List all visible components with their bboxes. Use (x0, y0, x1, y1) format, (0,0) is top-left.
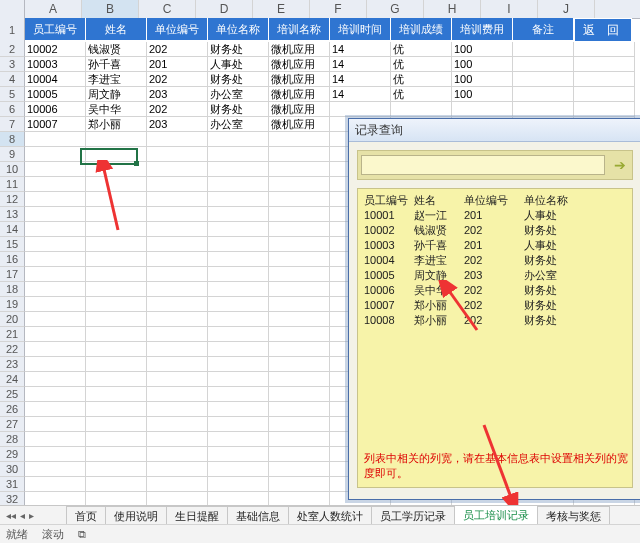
cell[interactable]: 微机应用 (269, 72, 330, 87)
tab-first-icon[interactable]: ◂◂ (6, 510, 16, 521)
record-query-dialog[interactable]: 记录查询 ➔ 员工编号姓名单位编号单位名称 10001赵一江201人事处1000… (348, 118, 640, 500)
row-number[interactable]: 5 (0, 87, 25, 102)
cell[interactable] (269, 477, 330, 492)
cell[interactable] (208, 177, 269, 192)
row-number[interactable]: 30 (0, 462, 25, 477)
cell[interactable] (25, 252, 86, 267)
cell[interactable] (269, 207, 330, 222)
cell[interactable] (25, 162, 86, 177)
cell[interactable] (147, 282, 208, 297)
row-number[interactable]: 12 (0, 192, 25, 207)
cell[interactable] (269, 237, 330, 252)
cell[interactable] (86, 192, 147, 207)
dialog-row[interactable]: 10005周文静203办公室 (364, 268, 626, 283)
cell[interactable] (208, 327, 269, 342)
cell[interactable] (25, 387, 86, 402)
row-number[interactable]: 2 (0, 42, 25, 57)
col-header-F[interactable]: F (310, 0, 367, 18)
tab-scroll-arrows[interactable]: ◂◂ ◂ ▸ (0, 510, 66, 521)
cell[interactable] (147, 462, 208, 477)
cell[interactable] (25, 177, 86, 192)
cell[interactable] (25, 447, 86, 462)
cell[interactable] (86, 432, 147, 447)
row-number[interactable]: 24 (0, 372, 25, 387)
cell[interactable] (208, 387, 269, 402)
cell[interactable] (86, 207, 147, 222)
tab-next-icon[interactable]: ▸ (29, 510, 34, 521)
cell[interactable] (574, 42, 635, 57)
cell[interactable] (147, 312, 208, 327)
cell[interactable] (574, 87, 635, 102)
cell[interactable] (269, 447, 330, 462)
row-number[interactable]: 3 (0, 57, 25, 72)
cell[interactable]: 吴中华 (86, 102, 147, 117)
cell[interactable] (269, 492, 330, 506)
cell[interactable] (86, 177, 147, 192)
cell[interactable]: 办公室 (208, 87, 269, 102)
dialog-title[interactable]: 记录查询 (349, 119, 640, 142)
cell[interactable] (574, 57, 635, 72)
cell[interactable]: 202 (147, 102, 208, 117)
cell[interactable] (86, 402, 147, 417)
cell[interactable] (269, 327, 330, 342)
cell[interactable] (513, 42, 574, 57)
cell[interactable] (86, 447, 147, 462)
cell[interactable] (25, 147, 86, 162)
cell[interactable] (86, 282, 147, 297)
dialog-row[interactable]: 10006吴中华202财务处 (364, 283, 626, 298)
cell[interactable]: 10006 (25, 102, 86, 117)
row-number[interactable]: 26 (0, 402, 25, 417)
cell[interactable]: 钱淑贤 (86, 42, 147, 57)
cell[interactable] (147, 177, 208, 192)
search-go-icon[interactable]: ➔ (608, 157, 632, 173)
cell[interactable]: 100 (452, 72, 513, 87)
cell[interactable] (208, 222, 269, 237)
cell[interactable]: 微机应用 (269, 42, 330, 57)
sheet-tab[interactable]: 首页 (66, 506, 106, 526)
cell[interactable] (269, 297, 330, 312)
cell[interactable] (208, 297, 269, 312)
cell[interactable] (25, 357, 86, 372)
sheet-tab[interactable]: 员工学历记录 (371, 506, 455, 526)
row-number[interactable]: 18 (0, 282, 25, 297)
row-number[interactable]: 25 (0, 387, 25, 402)
col-header-C[interactable]: C (139, 0, 196, 18)
row-number[interactable]: 23 (0, 357, 25, 372)
cell[interactable] (208, 417, 269, 432)
cell[interactable] (25, 312, 86, 327)
cell[interactable] (147, 147, 208, 162)
row-number[interactable]: 1 (0, 18, 25, 43)
table-row[interactable]: 410004李进宝202财务处微机应用14优100 (0, 72, 640, 87)
cell[interactable] (147, 492, 208, 506)
cell[interactable] (147, 477, 208, 492)
cell[interactable] (86, 162, 147, 177)
cell[interactable] (269, 462, 330, 477)
cell[interactable] (25, 327, 86, 342)
cell[interactable] (86, 132, 147, 147)
cell[interactable] (147, 252, 208, 267)
cell[interactable]: 办公室 (208, 117, 269, 132)
cell[interactable]: 财务处 (208, 102, 269, 117)
cell[interactable] (269, 177, 330, 192)
cell[interactable]: 100 (452, 42, 513, 57)
col-header-J[interactable]: J (538, 0, 595, 18)
cell[interactable]: 优 (391, 42, 452, 57)
cell[interactable]: 10004 (25, 72, 86, 87)
row-number[interactable]: 16 (0, 252, 25, 267)
cell[interactable] (208, 462, 269, 477)
cell[interactable] (269, 252, 330, 267)
dialog-search-input[interactable] (361, 155, 605, 175)
row-number[interactable]: 15 (0, 237, 25, 252)
col-header-I[interactable]: I (481, 0, 538, 18)
col-header-H[interactable]: H (424, 0, 481, 18)
cell[interactable] (25, 237, 86, 252)
cell[interactable]: 14 (330, 57, 391, 72)
row-number[interactable]: 6 (0, 102, 25, 117)
cell[interactable] (147, 447, 208, 462)
cell[interactable] (147, 402, 208, 417)
cell[interactable] (25, 432, 86, 447)
cell[interactable]: 10007 (25, 117, 86, 132)
col-header-G[interactable]: G (367, 0, 424, 18)
row-number[interactable]: 11 (0, 177, 25, 192)
dialog-row[interactable]: 10002钱淑贤202财务处 (364, 223, 626, 238)
